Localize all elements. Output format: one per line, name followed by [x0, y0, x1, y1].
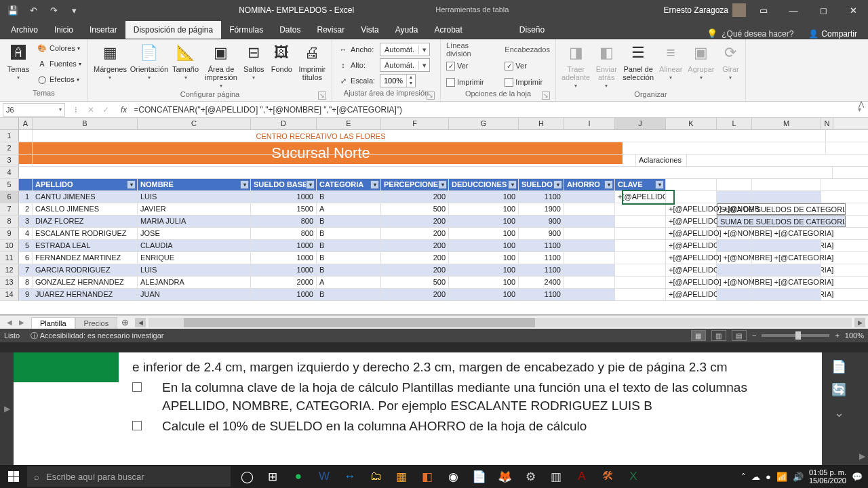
table-row[interactable]: 13 8 GONZALEZ HERNANDEZ ALEJANDRA 2000 A…: [0, 277, 868, 289]
spreadsheet-grid[interactable]: A B C D E F G H I J K L M N CENTRO RECRE…: [0, 118, 868, 315]
filter-icon[interactable]: ▾: [127, 180, 136, 189]
taskview-icon[interactable]: ⊞: [260, 465, 285, 488]
fx-icon[interactable]: fx: [117, 105, 131, 115]
table-row[interactable]: 9 4 ESCALANTE RODRIGUEZ JOSE 800 B 200 1…: [0, 228, 868, 240]
tab-insertar[interactable]: Insertar: [81, 21, 125, 39]
tab-page-layout[interactable]: Disposición de página: [125, 21, 221, 39]
col-header[interactable]: H: [519, 118, 564, 129]
explorer-icon[interactable]: 🗂: [363, 465, 388, 488]
onedrive-icon[interactable]: ☁: [751, 472, 760, 482]
col-header[interactable]: J: [615, 118, 666, 129]
pagesetup-launcher-icon[interactable]: ↘: [318, 92, 326, 100]
new-sheet-button[interactable]: ⊕: [117, 317, 132, 327]
col-header[interactable]: G: [449, 118, 519, 129]
select-all-button[interactable]: [0, 118, 19, 129]
tab-acrobat[interactable]: Acrobat: [426, 21, 470, 39]
selection-pane-button[interactable]: ☰Panel de selección: [621, 41, 655, 83]
word-icon[interactable]: W: [312, 465, 336, 488]
print-titles-button[interactable]: 🖨Imprimir títulos: [297, 41, 328, 83]
panel-expand-right-icon[interactable]: ▶: [856, 352, 868, 465]
close-icon[interactable]: ✕: [838, 0, 868, 20]
page-break-view-icon[interactable]: ▤: [732, 330, 747, 341]
firefox-icon[interactable]: 🦊: [492, 465, 517, 488]
height-combo[interactable]: Automát.▾: [380, 58, 430, 72]
filter-icon[interactable]: ▾: [370, 180, 379, 189]
size-button[interactable]: 📐Tamaño▾: [170, 41, 201, 82]
normal-view-icon[interactable]: ▦: [691, 330, 706, 341]
zoom-in-icon[interactable]: +: [835, 331, 839, 340]
tab-datos[interactable]: Datos: [271, 21, 309, 39]
table-row[interactable]: 11 6 FERNANDEZ MARTINEZ ENRIQUE 1000 B 2…: [0, 252, 868, 264]
formula-input[interactable]: [131, 105, 854, 115]
tab-ayuda[interactable]: Ayuda: [387, 21, 427, 39]
gridlines-view-check[interactable]: ✓Ver: [445, 58, 494, 73]
tell-me[interactable]: 💡 ¿Qué desea hacer?: [700, 28, 800, 39]
instructions-doc[interactable]: e inferior de 2.4 cm, margen izquierdo y…: [119, 352, 822, 465]
share-button[interactable]: 👤 Compartir: [800, 29, 865, 39]
gridlines-print-check[interactable]: Imprimir: [445, 75, 494, 89]
sheet-nav-prev-icon[interactable]: ◀: [4, 319, 15, 326]
table-row[interactable]: 7 2 CASLLO JIMENES JAVIER 1500 A 500 100…: [0, 203, 868, 216]
page-layout-view-icon[interactable]: ▥: [711, 330, 726, 341]
file-icon[interactable]: 📄: [467, 465, 491, 488]
app-icon[interactable]: 🛠: [595, 465, 620, 488]
settings-icon[interactable]: ⚙: [518, 465, 542, 488]
tab-vista[interactable]: Vista: [353, 21, 387, 39]
tray-icon[interactable]: ●: [766, 472, 771, 482]
width-combo[interactable]: Automát.▾: [380, 43, 430, 56]
spotify-icon[interactable]: ●: [286, 465, 311, 488]
filter-icon[interactable]: ▾: [240, 180, 249, 189]
avatar[interactable]: [732, 3, 746, 17]
maximize-icon[interactable]: ◻: [808, 0, 838, 20]
table-row[interactable]: 12 7 GARCIA RODRIGUEZ LUIS 1000 B 200 10…: [0, 264, 868, 277]
col-header[interactable]: F: [381, 118, 449, 129]
name-box[interactable]: J6▾: [3, 103, 65, 117]
panel-expand-left-icon[interactable]: ▶: [0, 352, 14, 465]
col-header[interactable]: K: [666, 118, 717, 129]
zoom-out-icon[interactable]: −: [752, 331, 756, 340]
sheet-nav-next-icon[interactable]: ▶: [16, 319, 27, 326]
filter-icon[interactable]: ▾: [604, 180, 613, 189]
headings-print-check[interactable]: Imprimir: [503, 75, 551, 89]
app-icon[interactable]: ▦: [389, 465, 414, 488]
col-header[interactable]: N: [821, 118, 833, 129]
col-header[interactable]: A: [19, 118, 33, 129]
hscroll-thumb[interactable]: [184, 318, 535, 327]
headings-view-check[interactable]: ✓Ver: [503, 58, 551, 73]
filter-icon[interactable]: ▾: [553, 180, 562, 189]
dropdown-icon[interactable]: ⁝: [69, 103, 83, 117]
col-header[interactable]: E: [317, 118, 381, 129]
chrome-icon[interactable]: ◉: [441, 465, 465, 488]
col-header[interactable]: M: [752, 118, 821, 129]
start-button[interactable]: [0, 465, 27, 488]
acrobat-icon[interactable]: A: [570, 465, 594, 488]
tray-up-icon[interactable]: ˄: [741, 472, 746, 482]
tool-icon[interactable]: 🔄: [831, 382, 846, 397]
col-header[interactable]: L: [717, 118, 752, 129]
teamviewer-icon[interactable]: ↔: [338, 465, 362, 488]
qa-custom-icon[interactable]: ▾: [65, 1, 83, 19]
background-button[interactable]: 🖼Fondo: [269, 41, 294, 75]
filter-icon[interactable]: ▾: [508, 180, 517, 189]
enter-formula-icon[interactable]: ✓: [99, 103, 113, 117]
hscroll-left-icon[interactable]: ◀: [135, 318, 146, 327]
print-area-button[interactable]: ▣Área de impresión▾: [203, 41, 239, 90]
undo-icon[interactable]: ↶: [24, 1, 42, 19]
app-icon[interactable]: ▥: [544, 465, 568, 488]
collapse-ribbon-icon[interactable]: ⋀: [859, 100, 864, 108]
checkbox-icon[interactable]: [132, 421, 142, 430]
effects-button[interactable]: ◯Efectos▾: [35, 72, 83, 87]
col-header[interactable]: I: [564, 118, 615, 129]
colors-button[interactable]: 🎨Colores▾: [35, 41, 83, 56]
table-row[interactable]: 8 3 DIAZ FLOREZ MARIA JULIA 800 B 200 10…: [0, 216, 868, 228]
notifications-icon[interactable]: 💬: [852, 472, 863, 482]
accessibility-status[interactable]: ⓘ Accesibilidad: es necesario investigar: [31, 331, 163, 341]
tab-inicio[interactable]: Inicio: [46, 21, 81, 39]
orientation-button[interactable]: 📄Orientación▾: [131, 41, 167, 82]
ribbon-display-icon[interactable]: ▭: [749, 0, 778, 20]
app-icon[interactable]: ◧: [415, 465, 439, 488]
breaks-button[interactable]: ⊟Saltos▾: [241, 41, 267, 82]
save-icon[interactable]: 💾: [4, 1, 22, 19]
zoom-slider[interactable]: [762, 334, 829, 337]
filter-icon[interactable]: ▾: [438, 180, 447, 189]
